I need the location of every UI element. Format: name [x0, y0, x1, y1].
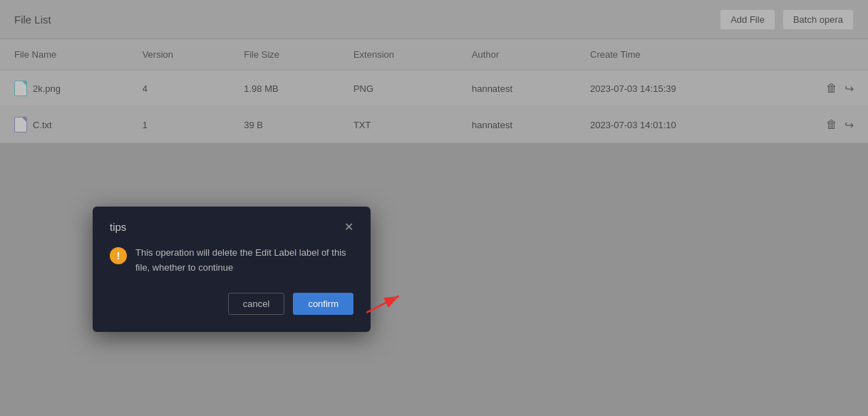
dialog-overlay: tips ✕ ! This operation will delete the …	[0, 0, 868, 416]
dialog-header: tips ✕	[110, 221, 353, 233]
confirm-button[interactable]: confirm	[293, 293, 353, 315]
main-content: File List Add File Batch opera File Name…	[0, 0, 868, 416]
dialog-title: tips	[110, 221, 126, 233]
cancel-button[interactable]: cancel	[228, 293, 285, 315]
dialog-message: This operation will delete the Edit Labe…	[135, 246, 353, 276]
warning-icon: !	[110, 247, 127, 264]
dialog-body: ! This operation will delete the Edit La…	[110, 246, 353, 276]
close-icon[interactable]: ✕	[344, 222, 353, 233]
dialog-footer: cancel confirm	[110, 293, 353, 315]
arrow-pointer	[363, 289, 406, 318]
svg-line-1	[366, 296, 398, 312]
tips-dialog: tips ✕ ! This operation will delete the …	[93, 207, 371, 332]
